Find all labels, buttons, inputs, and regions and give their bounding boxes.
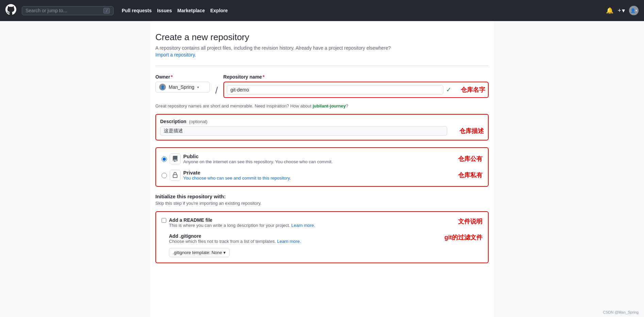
owner-chevron-icon: ▾ — [197, 85, 199, 89]
main-nav: Pull requests Issues Marketplace Explore — [122, 8, 228, 13]
gitignore-annotation: git的过滤文件 — [444, 233, 482, 241]
repo-name-input[interactable] — [227, 85, 443, 95]
gitignore-text-block: Add .gitignore Choose which files not to… — [169, 233, 301, 244]
repo-annotation: 仓库名字 — [461, 86, 485, 94]
nav-issues[interactable]: Issues — [157, 8, 172, 13]
readme-option: Add a README file This is where you can … — [162, 217, 482, 228]
nav-marketplace[interactable]: Marketplace — [177, 8, 205, 13]
owner-avatar: 👤 — [159, 84, 166, 90]
search-placeholder: Search or jump to... — [26, 8, 101, 13]
description-input-wrap — [160, 126, 447, 136]
description-annotation: 仓库描述 — [459, 127, 484, 135]
gitignore-template-chevron-icon: ▾ — [223, 250, 226, 255]
page-subtitle: A repository contains all project files,… — [155, 45, 489, 51]
plus-icon: + — [617, 7, 621, 14]
notifications-icon[interactable]: 🔔 — [606, 7, 613, 14]
description-label: Description (optional) — [160, 119, 484, 124]
owner-label: Owner* — [155, 74, 210, 80]
gitignore-section: Add .gitignore Choose which files not to… — [162, 233, 482, 257]
owner-select[interactable]: 👤 Man_Spring ▾ — [155, 82, 210, 93]
readme-annotation: 文件说明 — [458, 217, 482, 226]
repo-name-inner: ✓ 仓库名字 — [227, 85, 485, 95]
gitignore-desc: Choose which files not to track from a l… — [169, 239, 301, 244]
readme-row: Add a README file This is where you can … — [162, 217, 482, 228]
page-title: Create a new repository — [155, 32, 489, 43]
private-radio-row: Private You choose who can see and commi… — [162, 170, 482, 181]
private-option: Private You choose who can see and commi… — [162, 170, 482, 181]
import-repository-link[interactable]: Import a repository. — [155, 52, 196, 57]
repo-name-group: Repository name* ✓ 仓库名字 — [223, 74, 489, 98]
owner-group: Owner* 👤 Man_Spring ▾ — [155, 74, 210, 93]
init-subtitle: Skip this step if you're importing an ex… — [155, 201, 489, 206]
owner-name: Man_Spring — [169, 84, 194, 90]
repo-name-box: ✓ 仓库名字 — [223, 82, 489, 98]
description-optional: (optional) — [189, 119, 207, 124]
public-icon — [170, 153, 181, 164]
owner-repo-row: Owner* 👤 Man_Spring ▾ / Repository name*… — [155, 74, 489, 98]
search-bar[interactable]: Search or jump to... / — [22, 6, 114, 15]
gitignore-desc-row: Add .gitignore Choose which files not to… — [169, 233, 482, 244]
plus-chevron-icon: ▾ — [622, 7, 625, 14]
gitignore-template-select[interactable]: .gitignore template: None ▾ — [169, 248, 230, 257]
new-menu-button[interactable]: + ▾ — [617, 7, 625, 14]
repo-name-required: * — [262, 74, 264, 80]
description-box: Description (optional) 仓库描述 — [155, 114, 489, 140]
navbar: Search or jump to... / Pull requests Iss… — [0, 0, 644, 21]
init-options-box: Add a README file This is where you can … — [155, 211, 489, 263]
nav-explore[interactable]: Explore — [210, 8, 227, 13]
user-avatar-button[interactable]: 👤 ▾ — [629, 6, 639, 15]
readme-content: Add a README file This is where you can … — [169, 217, 458, 228]
repo-name-hint: Great repository names are short and mem… — [155, 103, 489, 109]
section-divider — [155, 66, 489, 66]
gitignore-title: Add .gitignore — [169, 233, 301, 239]
private-annotation: 仓库私有 — [458, 171, 482, 179]
private-desc: You choose who can see and commit to thi… — [183, 176, 455, 181]
github-logo-icon[interactable] — [5, 4, 16, 17]
check-icon: ✓ — [446, 86, 451, 94]
nav-pull-requests[interactable]: Pull requests — [122, 8, 152, 13]
avatar-image: 👤 — [630, 8, 635, 13]
public-desc: Anyone on the internet can see this repo… — [183, 159, 455, 164]
description-row: 仓库描述 — [160, 126, 484, 136]
public-radio[interactable] — [162, 156, 167, 162]
watermark: CSDN @Man_Spring — [603, 310, 639, 314]
description-input[interactable] — [160, 126, 447, 136]
gitignore-learn-link[interactable]: Learn more. — [277, 239, 301, 244]
public-annotation: 仓库公有 — [458, 155, 482, 163]
private-content: Private You choose who can see and commi… — [183, 170, 455, 181]
initialize-section: Initialize this repository with: Skip th… — [155, 194, 489, 206]
readme-checkbox[interactable] — [162, 218, 166, 223]
main-content: Create a new repository A repository con… — [150, 21, 494, 317]
public-option: Public Anyone on the internet can see th… — [162, 153, 482, 164]
private-title: Private — [183, 170, 455, 176]
repo-name-label: Repository name* — [223, 74, 489, 80]
public-content: Public Anyone on the internet can see th… — [183, 153, 455, 164]
init-title: Initialize this repository with: — [155, 194, 489, 199]
slash-separator: / — [215, 85, 218, 98]
public-title: Public — [183, 153, 455, 159]
readme-title: Add a README file — [169, 217, 458, 223]
readme-desc: This is where you can write a long descr… — [169, 223, 458, 228]
readme-learn-link[interactable]: Learn more. — [291, 223, 315, 228]
private-icon — [170, 170, 181, 181]
suggestion-link[interactable]: jubilant-journey — [312, 103, 346, 109]
search-kbd: / — [103, 8, 110, 14]
gitignore-template-wrap: .gitignore template: None ▾ — [169, 248, 482, 257]
owner-required: * — [171, 74, 173, 80]
private-radio[interactable] — [162, 173, 167, 178]
gitignore-template-label: .gitignore template: None — [173, 250, 222, 255]
navbar-right: 🔔 + ▾ 👤 ▾ — [606, 6, 639, 15]
avatar-chevron-icon: ▾ — [635, 9, 637, 12]
public-radio-row: Public Anyone on the internet can see th… — [162, 153, 482, 164]
visibility-box: Public Anyone on the internet can see th… — [155, 147, 489, 187]
